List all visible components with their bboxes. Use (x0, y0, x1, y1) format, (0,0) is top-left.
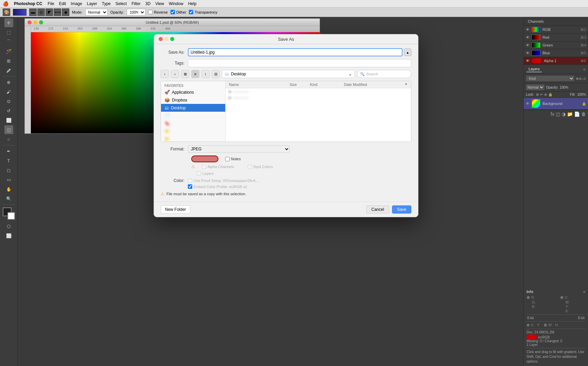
menu-filter[interactable]: Filter (131, 1, 141, 6)
lock-all-icon[interactable]: 🔒 (548, 93, 552, 96)
linear-gradient-btn[interactable]: ▬ (29, 8, 37, 16)
eye-icon-rgb[interactable]: 👁 (526, 28, 530, 32)
embed-profile-option[interactable]: Embed Color Profile: eciRGB v2 (188, 184, 247, 189)
filename-input[interactable] (188, 48, 403, 56)
embed-profile-checkbox[interactable] (188, 184, 192, 189)
eye-icon-blue[interactable]: 👁 (526, 51, 530, 55)
maximize-btn[interactable] (39, 20, 43, 24)
search-box[interactable]: 🔍 Search (357, 70, 411, 78)
clone-tool[interactable]: ⊙ (4, 97, 13, 106)
transparency-checkbox[interactable] (189, 10, 193, 14)
move-tool[interactable]: ✛ (4, 18, 13, 27)
menu-select[interactable]: Select (115, 1, 127, 6)
menu-layer[interactable]: Layer (87, 1, 97, 6)
fx-btn[interactable]: fx (551, 111, 554, 117)
radial-gradient-btn[interactable]: ◎ (37, 8, 45, 16)
channel-red[interactable]: 👁 Red ⌘3 (524, 34, 588, 41)
use-proof-option[interactable]: Use Proof Setup: I5Onewspaper26v4,... (188, 179, 260, 183)
info-menu-icon[interactable]: ≡ (583, 290, 585, 294)
eye-icon-green[interactable]: 👁 (526, 43, 530, 47)
notes-checkbox[interactable] (225, 157, 230, 161)
new-layer-btn[interactable]: 📄 (574, 111, 580, 117)
crop-tool[interactable]: ⊞ (4, 56, 13, 65)
layers-option[interactable]: Layers (197, 171, 214, 176)
layers-checkbox[interactable] (197, 171, 201, 176)
lasso-tool[interactable]: ⌒ (4, 37, 13, 46)
minimize-btn[interactable] (33, 20, 37, 24)
hand-tool[interactable]: ✋ (4, 185, 13, 194)
add-mask-btn[interactable]: ◫ (556, 111, 560, 117)
alpha-channels-checkbox[interactable] (202, 165, 206, 169)
sidebar-item-5[interactable]: 🔖 (161, 120, 225, 127)
pen-tool[interactable]: ✒ (4, 147, 13, 155)
lock-image-icon[interactable]: ✏ (540, 93, 543, 96)
adjustment-btn[interactable]: ◑ (562, 111, 566, 117)
file-item-1[interactable]: ▶ ———— (226, 88, 411, 94)
menu-file[interactable]: File (48, 1, 54, 6)
dodge-tool[interactable]: ○ (4, 135, 13, 144)
layers-tab[interactable]: Layers (527, 66, 542, 72)
transparency-checkbox-group[interactable]: Transparency (189, 10, 217, 14)
notes-option[interactable]: Notes (225, 155, 241, 162)
sidebar-item-desktop[interactable]: 🗂 Desktop (161, 104, 225, 112)
sidebar-item-7[interactable]: 📁 (161, 135, 225, 142)
lock-transparent-icon[interactable]: ⊞ (536, 93, 539, 96)
spot-colors-checkbox[interactable] (248, 165, 252, 169)
expand-btn[interactable]: ▲ (404, 49, 411, 56)
angle-gradient-btn[interactable]: ◤ (46, 8, 53, 16)
menu-type[interactable]: Type (102, 1, 111, 6)
close-btn[interactable] (28, 20, 32, 24)
sidebar-item-dropbox[interactable]: 📦 Dropbox (161, 96, 225, 104)
menu-window[interactable]: Window (169, 1, 183, 6)
layers-menu-icon[interactable]: ≡ (583, 68, 585, 71)
channels-tab[interactable]: Channels (527, 19, 545, 24)
new-folder-button[interactable]: New Folder (161, 205, 190, 214)
back-btn[interactable]: ‹ (161, 70, 169, 78)
delete-layer-btn[interactable]: 🗑 (581, 111, 586, 117)
history-brush-tool[interactable]: ↺ (4, 106, 13, 115)
reflected-gradient-btn[interactable]: ⟺ (54, 8, 61, 16)
zoom-tool[interactable]: 🔍 (4, 194, 13, 203)
marquee-tool[interactable]: ⬚ (4, 28, 13, 37)
quick-select-tool[interactable]: 🪄 (4, 47, 13, 56)
eye-icon-alpha[interactable]: 👁 (526, 59, 530, 63)
eye-icon-red[interactable]: 👁 (526, 35, 530, 39)
screen-mode-btn[interactable]: ⬜ (4, 231, 13, 240)
channel-blue[interactable]: 👁 Blue ⌘5 (524, 49, 588, 57)
column-view-btn[interactable]: ⫶ (201, 70, 210, 78)
layer-background[interactable]: 👁 Background 🔒 (524, 98, 588, 110)
sidebar-item-6[interactable]: 📁 (161, 127, 225, 135)
group-btn[interactable]: 📁 (567, 111, 573, 117)
spot-colors-option[interactable]: Spot Colors (248, 164, 273, 169)
dialog-min-btn[interactable] (164, 37, 168, 41)
file-item-2[interactable]: ▶ ———— (226, 94, 411, 100)
dialog-close-btn[interactable] (159, 37, 163, 41)
text-tool[interactable]: T (4, 156, 13, 165)
eye-icon-layer[interactable]: 👁 (526, 102, 530, 106)
reverse-checkbox[interactable] (148, 10, 153, 14)
cover-view-btn[interactable]: ⊟ (212, 70, 220, 78)
blend-mode-select[interactable]: Normal (526, 84, 545, 90)
dither-checkbox-group[interactable]: Dither (171, 10, 186, 14)
eraser-tool[interactable]: ⬜ (4, 116, 13, 125)
path-tool[interactable]: ◻ (4, 166, 13, 175)
lock-move-icon[interactable]: ⊕ (544, 93, 547, 96)
channel-alpha1[interactable]: 👁 Alpha 1 ⌘6 (524, 57, 588, 65)
cancel-button[interactable]: Cancel (366, 205, 389, 214)
dither-checkbox[interactable] (171, 10, 175, 14)
eyedropper-tool[interactable]: 💉 (4, 66, 13, 75)
quick-mask-btn[interactable]: ⬡ (4, 222, 13, 231)
menu-help[interactable]: Help (188, 1, 197, 6)
background-color[interactable] (7, 212, 15, 220)
menu-3d[interactable]: 3D (145, 1, 150, 6)
brush-tool[interactable]: 🖌 (4, 87, 13, 96)
gradient-tool[interactable]: ◫ (4, 125, 13, 134)
alpha-channels-option[interactable]: Alpha Channels (202, 164, 234, 169)
spot-heal-tool[interactable]: ⊕ (4, 78, 13, 87)
forward-btn[interactable]: › (171, 70, 179, 78)
menu-image[interactable]: Image (71, 1, 82, 6)
menu-edit[interactable]: Edit (59, 1, 66, 6)
save-button[interactable]: Save (392, 205, 411, 214)
tags-input[interactable] (188, 59, 411, 67)
format-select[interactable]: JPEG PNG PSD TIFF (188, 145, 290, 153)
